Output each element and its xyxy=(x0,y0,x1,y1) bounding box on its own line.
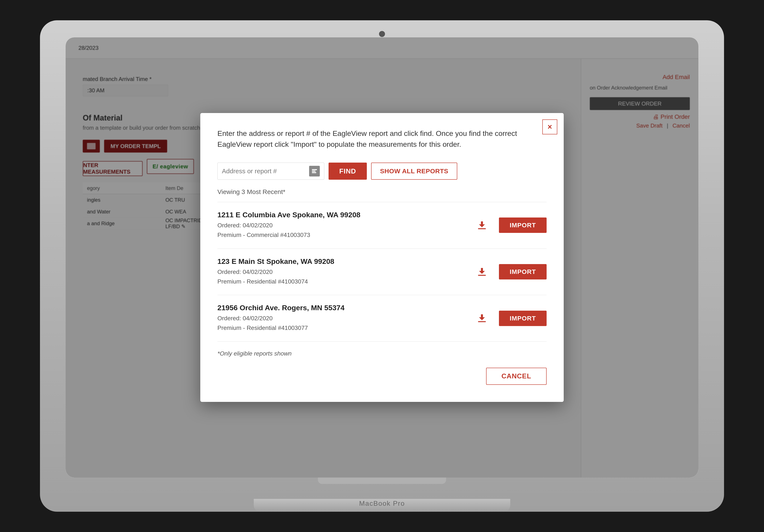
import-button-2[interactable]: IMPORT xyxy=(499,264,547,279)
laptop-camera xyxy=(379,31,385,37)
cancel-button[interactable]: CANCEL xyxy=(486,368,547,385)
svg-rect-1 xyxy=(312,171,315,172)
report-info-3: 21956 Orchid Ave. Rogers, MN 55374 Order… xyxy=(217,304,471,333)
report-ordered-1: Ordered: 04/02/2020 xyxy=(217,221,471,230)
import-button-3[interactable]: IMPORT xyxy=(499,311,547,326)
report-row-1: 1211 E Columbia Ave Spokane, WA 99208 Or… xyxy=(217,202,547,249)
modal-description: Enter the address or report # of the Eag… xyxy=(217,128,547,150)
find-button[interactable]: FIND xyxy=(328,163,367,180)
report-type-2: Premium - Residential #41003074 xyxy=(217,277,471,287)
search-icon xyxy=(309,166,320,177)
viewing-text: Viewing 3 Most Recent* xyxy=(217,188,547,196)
svg-rect-5 xyxy=(478,321,486,322)
search-row: FIND SHOW ALL REPORTS xyxy=(217,163,547,180)
report-info-1: 1211 E Columbia Ave Spokane, WA 99208 Or… xyxy=(217,211,471,240)
report-address-1: 1211 E Columbia Ave Spokane, WA 99208 xyxy=(217,211,471,219)
report-type-1: Premium - Commercial #41003073 xyxy=(217,230,471,240)
report-address-3: 21956 Orchid Ave. Rogers, MN 55374 xyxy=(217,304,471,312)
report-ordered-2: Ordered: 04/02/2020 xyxy=(217,267,471,277)
report-address-2: 123 E Main St Spokane, WA 99208 xyxy=(217,257,471,266)
modal-close-button[interactable]: × xyxy=(542,119,557,134)
svg-rect-3 xyxy=(478,228,486,229)
eagleview-modal: × Enter the address or report # of the E… xyxy=(200,113,564,402)
footer-note: *Only eligible reports shown xyxy=(217,350,547,357)
report-ordered-3: Ordered: 04/02/2020 xyxy=(217,314,471,323)
report-download-2[interactable] xyxy=(471,266,492,278)
report-download-1[interactable] xyxy=(471,219,492,231)
svg-rect-2 xyxy=(312,172,316,173)
modal-overlay: × Enter the address or report # of the E… xyxy=(66,37,698,477)
close-icon: × xyxy=(547,122,552,131)
macbook-brand-text: MacBook Pro xyxy=(359,499,405,507)
laptop-base: MacBook Pro xyxy=(254,499,510,512)
report-type-3: Premium - Residential #41003077 xyxy=(217,323,471,333)
show-all-reports-button[interactable]: SHOW ALL REPORTS xyxy=(371,163,458,180)
import-button-1[interactable]: IMPORT xyxy=(499,217,547,233)
laptop-shell: 28/2023 mated Branch Arrival Time * :30 … xyxy=(40,20,724,512)
laptop-screen-inner: 28/2023 mated Branch Arrival Time * :30 … xyxy=(66,37,698,477)
report-row-3: 21956 Orchid Ave. Rogers, MN 55374 Order… xyxy=(217,295,547,341)
report-row-2: 123 E Main St Spokane, WA 99208 Ordered:… xyxy=(217,249,547,295)
svg-rect-0 xyxy=(312,169,317,170)
report-info-2: 123 E Main St Spokane, WA 99208 Ordered:… xyxy=(217,257,471,287)
report-download-3[interactable] xyxy=(471,312,492,324)
laptop-screen: 28/2023 mated Branch Arrival Time * :30 … xyxy=(66,37,698,477)
search-input[interactable] xyxy=(222,168,307,175)
svg-rect-4 xyxy=(478,275,486,276)
search-input-wrapper[interactable] xyxy=(217,163,324,180)
laptop-notch xyxy=(318,477,446,484)
